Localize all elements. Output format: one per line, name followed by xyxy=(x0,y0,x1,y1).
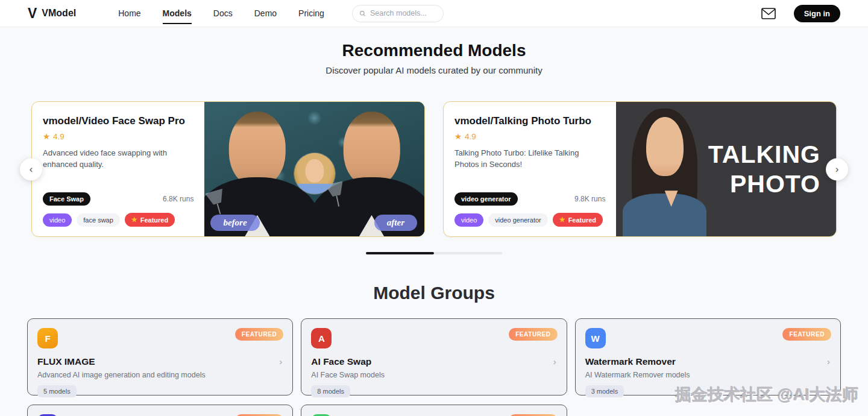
after-label: after xyxy=(374,215,417,231)
featured-badge: FEATURED xyxy=(782,328,831,341)
model-card-content: vmodel/Talking Photo Turbo ★ 4.9 Talking… xyxy=(444,102,616,236)
mail-icon[interactable] xyxy=(761,7,777,20)
model-count-badge: 5 models xyxy=(37,385,77,397)
group-title: AI Face Swap xyxy=(311,356,556,367)
model-count-badge: 8 models xyxy=(311,385,350,397)
group-title: Watermark Remover xyxy=(585,356,831,367)
search-icon xyxy=(359,10,366,17)
group-card-partial-1[interactable]: FEATURED xyxy=(27,405,293,416)
talking-photo-caption: TALKING PHOTO xyxy=(708,139,820,198)
pagination-bar-2[interactable] xyxy=(434,252,502,254)
group-description: AI Face Swap models xyxy=(311,371,556,379)
model-card-talking-photo-turbo[interactable]: vmodel/Talking Photo Turbo ★ 4.9 Talking… xyxy=(443,101,837,237)
tag-face-swap[interactable]: face swap xyxy=(77,213,120,227)
model-count-badge: 3 models xyxy=(585,385,624,397)
tag-video[interactable]: video xyxy=(454,213,483,227)
group-card-partial-2[interactable]: FEATURED xyxy=(301,405,567,416)
recommended-subtitle: Discover popular AI models curated by ou… xyxy=(0,65,868,75)
model-description: Advanced video face swapping with enhanc… xyxy=(43,148,193,171)
rating-value: 4.9 xyxy=(53,132,64,141)
watermark-text: 掘金技术社区 @AI大法师 xyxy=(675,384,858,406)
tag-video-generator[interactable]: video generator xyxy=(488,213,547,227)
category-badge: Face Swap xyxy=(43,192,90,206)
tag-featured[interactable]: ★Featured xyxy=(125,213,175,227)
star-icon: ★ xyxy=(559,216,565,224)
tag-featured-label: Featured xyxy=(568,216,596,224)
group-icon-f: F xyxy=(37,328,58,348)
runs-count: 6.8K runs xyxy=(163,195,193,203)
star-icon: ★ xyxy=(454,131,462,141)
model-name: vmodel/Talking Photo Turbo xyxy=(454,115,605,127)
model-rating: ★ 4.9 xyxy=(454,131,605,141)
tag-row: video face swap ★Featured xyxy=(43,213,193,227)
model-card-video-face-swap-pro[interactable]: vmodel/Video Face Swap Pro ★ 4.9 Advance… xyxy=(31,101,425,237)
model-card-content: vmodel/Video Face Swap Pro ★ 4.9 Advance… xyxy=(32,102,204,236)
pagination-bar-1[interactable] xyxy=(366,252,434,254)
search-box[interactable] xyxy=(352,5,444,22)
tag-video[interactable]: video xyxy=(43,213,72,227)
chevron-right-icon: › xyxy=(279,356,282,367)
group-icon-a: A xyxy=(311,328,332,348)
featured-badge: FEATURED xyxy=(235,328,284,341)
brand-logo[interactable]: V VModel xyxy=(28,7,76,20)
tag-row: video video generator ★Featured xyxy=(454,213,605,227)
brand-name: VModel xyxy=(42,8,76,19)
rating-value: 4.9 xyxy=(465,132,476,141)
star-icon: ★ xyxy=(131,216,137,224)
group-title: FLUX IMAGE xyxy=(37,356,283,367)
carousel-pagination xyxy=(366,252,502,254)
tag-featured-label: Featured xyxy=(140,216,168,224)
group-card-flux-image[interactable]: F FEATURED FLUX IMAGE › Advanced AI imag… xyxy=(27,318,293,396)
face-swap-preview-image: before after xyxy=(204,102,424,236)
recommended-title: Recommended Models xyxy=(0,41,868,60)
recommended-carousel: ‹ › vmodel/Video Face Swap Pro ★ 4.9 Adv… xyxy=(31,101,837,237)
model-groups-title: Model Groups xyxy=(0,283,868,303)
nav-link-models[interactable]: Models xyxy=(163,6,192,20)
before-label: before xyxy=(210,215,259,231)
model-rating: ★ 4.9 xyxy=(43,131,193,141)
chevron-right-icon: › xyxy=(553,356,556,367)
group-description: AI Watermark Remover models xyxy=(585,371,831,379)
carousel-next-icon[interactable]: › xyxy=(826,158,848,180)
chevron-right-icon: › xyxy=(827,356,830,367)
nav-links: Home Models Docs Demo Pricing xyxy=(118,6,324,20)
category-badge: video generator xyxy=(454,192,518,206)
carousel-prev-icon[interactable]: ‹ xyxy=(20,158,42,180)
search-input[interactable] xyxy=(370,9,436,17)
nav-link-docs[interactable]: Docs xyxy=(213,6,233,20)
source-face-inset xyxy=(294,153,335,194)
model-description: Talking Photo Turbo: Lifelike Talking Ph… xyxy=(454,148,605,171)
nav-link-demo[interactable]: Demo xyxy=(254,6,277,20)
nav-link-home[interactable]: Home xyxy=(118,6,140,20)
sign-in-button[interactable]: Sign in xyxy=(794,5,840,22)
nav-link-pricing[interactable]: Pricing xyxy=(298,6,324,20)
group-card-ai-face-swap[interactable]: A FEATURED AI Face Swap › AI Face Swap m… xyxy=(301,318,567,396)
group-icon-w: W xyxy=(585,328,606,348)
tag-featured[interactable]: ★Featured xyxy=(553,213,603,227)
carousel-track: vmodel/Video Face Swap Pro ★ 4.9 Advance… xyxy=(31,101,837,237)
vmodel-logo-icon: V xyxy=(28,7,36,20)
featured-badge: FEATURED xyxy=(509,328,558,341)
top-nav: V VModel Home Models Docs Demo Pricing S… xyxy=(0,0,868,27)
talking-photo-preview-image: TALKING PHOTO xyxy=(616,102,836,236)
model-name: vmodel/Video Face Swap Pro xyxy=(43,115,193,127)
runs-count: 9.8K runs xyxy=(574,195,605,203)
star-icon: ★ xyxy=(43,131,50,141)
group-description: Advanced AI image generation and editing… xyxy=(37,371,283,379)
